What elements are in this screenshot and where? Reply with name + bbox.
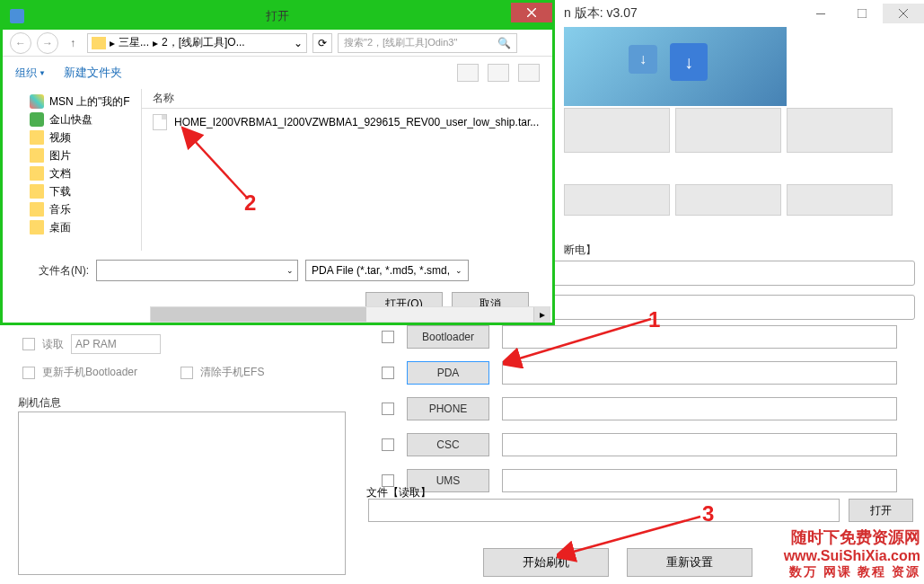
organize-menu[interactable]: 组织 ▼: [15, 66, 46, 81]
status-boxes-2: [564, 184, 893, 216]
clear-efs-checkbox[interactable]: [180, 367, 193, 379]
csc-input[interactable]: [502, 433, 897, 456]
horizontal-scrollbar[interactable]: ▸: [150, 306, 550, 323]
status-box: [787, 184, 893, 216]
banner: ↓ ↓: [564, 27, 787, 106]
help-button[interactable]: [518, 64, 540, 82]
ap-ram-select[interactable]: AP RAM: [71, 334, 161, 354]
file-open-dialog: 打开 ← → ↑ ▸ 三星... ▸ 2，[线刷工具]O... ⌄ ⟳ 搜索"2…: [0, 0, 555, 325]
search-input[interactable]: 搜索"2，[线刷工具]Odin3" 🔍: [338, 33, 517, 53]
svg-rect-1: [858, 9, 867, 18]
download-icon-large: ↓: [670, 43, 708, 81]
nav-forward-button[interactable]: →: [37, 32, 58, 54]
phone-input[interactable]: [502, 397, 897, 420]
file-item[interactable]: HOME_I200VRBMA1_I200VZWBMA1_929615_REV00…: [142, 109, 552, 136]
refresh-button[interactable]: ⟳: [312, 33, 332, 53]
folder-icon: [30, 220, 44, 234]
msn-icon: [30, 94, 44, 109]
open-button-right[interactable]: 打开: [849, 499, 913, 522]
scroll-right-button[interactable]: ▸: [533, 307, 550, 322]
phone-button[interactable]: PHONE: [407, 397, 489, 420]
filename-input[interactable]: ⌄: [96, 260, 298, 281]
update-bl-label: 更新手机Bootloader: [42, 365, 137, 380]
status-box: [787, 108, 893, 153]
folder-icon: [30, 130, 44, 145]
reset-button[interactable]: 重新设置: [627, 548, 752, 577]
dialog-close-button[interactable]: [511, 3, 552, 22]
info-label: 刷机信息: [18, 395, 61, 411]
kingsoft-icon: [30, 112, 44, 127]
folder-icon: [30, 148, 44, 163]
read-label: 读取: [42, 337, 64, 352]
sidebar: MSN 上的"我的F 金山快盘 视频 图片 文档 下载 音乐 桌面: [3, 89, 142, 251]
status-box: [564, 108, 670, 153]
nav-back-button[interactable]: ←: [10, 32, 31, 54]
dialog-body: MSN 上的"我的F 金山快盘 视频 图片 文档 下载 音乐 桌面 名称 HOM…: [3, 89, 552, 251]
breadcrumb-part[interactable]: 2，[线刷工具]O...: [162, 35, 245, 50]
file-section: Bootloader PDA PHONE CSC UMS: [364, 323, 897, 503]
ums-input[interactable]: [502, 469, 897, 492]
status-box: [675, 108, 781, 153]
start-button[interactable]: 开始刷机: [483, 548, 609, 577]
svg-rect-0: [816, 13, 825, 14]
search-placeholder: 搜索"2，[线刷工具]Odin3": [344, 36, 494, 49]
filetype-select[interactable]: PDA File (*.tar, *.md5, *.smd,⌄: [305, 260, 469, 281]
sidebar-item-msn[interactable]: MSN 上的"我的F: [3, 93, 141, 111]
nav-bar: ← → ↑ ▸ 三星... ▸ 2，[线刷工具]O... ⌄ ⟳ 搜索"2，[线…: [3, 30, 552, 57]
filename-label: 文件名(N):: [17, 263, 89, 279]
pda-button[interactable]: PDA: [407, 361, 489, 385]
toolbar: 组织 ▼ 新建文件夹: [3, 57, 552, 89]
csc-button[interactable]: CSC: [407, 433, 489, 456]
dialog-icon: [10, 9, 24, 23]
read-checkbox[interactable]: [22, 338, 35, 350]
folder-icon: [30, 184, 44, 199]
close-button[interactable]: [883, 4, 924, 23]
maximize-button[interactable]: [841, 4, 883, 23]
close-icon: [527, 8, 536, 17]
status-box: [675, 184, 781, 216]
new-folder-button[interactable]: 新建文件夹: [64, 65, 122, 81]
read-input[interactable]: [368, 499, 840, 522]
left-panel: 读取 AP RAM 更新手机Bootloader 清除手机EFS: [22, 334, 264, 391]
file-list-header[interactable]: 名称: [142, 89, 552, 109]
status-boxes: [564, 108, 893, 153]
csc-checkbox[interactable]: [382, 438, 394, 451]
file-list: 名称 HOME_I200VRBMA1_I200VZWBMA1_929615_RE…: [142, 89, 552, 251]
breadcrumb[interactable]: ▸ 三星... ▸ 2，[线刷工具]O... ⌄: [87, 33, 307, 53]
breadcrumb-part[interactable]: 三星...: [119, 35, 149, 50]
nav-up-button[interactable]: ↑: [64, 34, 82, 52]
pda-input[interactable]: [502, 361, 897, 385]
file-icon: [153, 114, 167, 130]
status-box: [564, 184, 670, 216]
poweroff-label: 断电】: [564, 243, 596, 258]
column-name[interactable]: 名称: [153, 91, 174, 106]
scrollbar-thumb[interactable]: [151, 307, 366, 322]
dialog-titlebar: 打开: [3, 3, 552, 30]
sidebar-item-desktop[interactable]: 桌面: [3, 218, 141, 236]
bootloader-input[interactable]: [502, 325, 897, 349]
folder-icon: [30, 166, 44, 181]
sidebar-item-video[interactable]: 视频: [3, 128, 141, 146]
search-icon: 🔍: [497, 37, 511, 49]
bootloader-checkbox[interactable]: [382, 331, 394, 343]
sidebar-item-picture[interactable]: 图片: [3, 146, 141, 164]
update-bl-checkbox[interactable]: [22, 367, 35, 379]
dialog-title: 打开: [266, 8, 289, 24]
sidebar-item-music[interactable]: 音乐: [3, 200, 141, 218]
info-box[interactable]: [18, 411, 346, 575]
file-name: HOME_I200VRBMA1_I200VZWBMA1_929615_REV00…: [174, 116, 539, 128]
sidebar-item-download[interactable]: 下载: [3, 182, 141, 200]
main-title: n 版本: v3.07: [564, 5, 638, 22]
folder-icon: [92, 37, 106, 49]
folder-icon: [30, 202, 44, 217]
pda-checkbox[interactable]: [382, 367, 394, 379]
sidebar-item-kingsoft[interactable]: 金山快盘: [3, 111, 141, 128]
sidebar-item-document[interactable]: 文档: [3, 164, 141, 182]
phone-checkbox[interactable]: [382, 403, 394, 415]
clear-efs-label: 清除手机EFS: [200, 365, 264, 380]
download-icon: ↓: [629, 45, 657, 74]
view-button[interactable]: [457, 64, 479, 82]
preview-button[interactable]: [488, 64, 509, 82]
minimize-button[interactable]: [800, 4, 841, 23]
bootloader-button[interactable]: Bootloader: [407, 325, 489, 349]
